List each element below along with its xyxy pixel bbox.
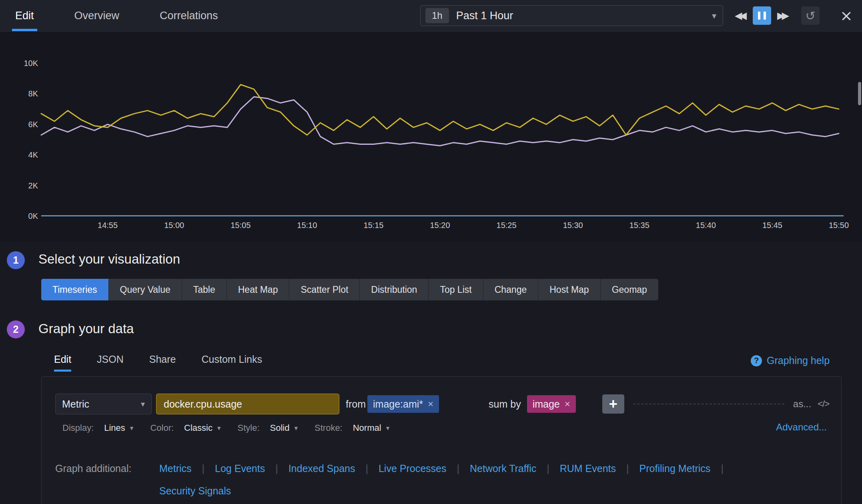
visualization-section-title: Select your visualization [38,252,180,267]
separator: | [547,462,549,475]
scrollbar-thumb[interactable] [858,82,861,105]
viz-button-timeseries[interactable]: Timeseries [41,279,109,300]
series-line-2 [41,85,839,135]
display-options-row: Display: Lines ▾ Color: Classic ▾ Style:… [62,422,389,434]
x-axis-label: 15:30 [563,221,583,230]
viz-button-query-value[interactable]: Query Value [109,279,182,300]
group-by-tag[interactable]: image × [527,395,576,413]
help-icon: ? [751,355,762,366]
link-metrics[interactable]: Metrics [159,462,192,475]
separator: | [202,462,205,475]
add-query-button[interactable]: + [602,394,624,414]
viz-button-change[interactable]: Change [483,279,539,300]
tab-overview[interactable]: Overview [71,0,123,31]
tab-query-edit[interactable]: Edit [54,354,71,372]
viz-button-table[interactable]: Table [182,279,227,300]
x-axis-label: 15:50 [829,221,849,230]
remove-group-by-icon[interactable]: × [565,398,570,410]
forward-button[interactable]: ▶▶ [774,6,792,25]
time-range-badge: 1h [425,8,449,23]
rewind-button[interactable]: ◀◀ [732,6,750,25]
link-profiling-metrics[interactable]: Profiling Metrics [639,462,711,475]
x-axis-label: 15:10 [297,221,317,230]
chevron-down-icon[interactable]: ▾ [294,424,298,432]
graph-additional-row: Graph additional: Metrics|Log Events|Ind… [55,462,784,498]
viz-button-host-map[interactable]: Host Map [538,279,600,300]
style-select[interactable]: Solid [270,423,290,433]
tab-correlations[interactable]: Correlations [156,0,221,31]
viz-button-scatter-plot[interactable]: Scatter Plot [289,279,360,300]
group-by-tag-label: image [533,398,560,410]
metric-type-select[interactable]: Metric ▾ [55,394,152,414]
x-axis-label: 15:15 [363,221,383,230]
link-indexed-spans[interactable]: Indexed Spans [289,462,355,475]
link-log-events[interactable]: Log Events [215,462,265,475]
chevron-down-icon: ▾ [141,399,145,409]
link-network-traffic[interactable]: Network Traffic [470,462,536,475]
chevron-down-icon: ▾ [712,11,716,21]
remove-filter-icon[interactable]: × [428,398,433,410]
graph-section-title: Graph your data [38,321,134,336]
x-axis-label: 15:35 [629,221,650,230]
color-select[interactable]: Classic [184,423,212,433]
pause-icon [758,12,760,20]
viz-button-top-list[interactable]: Top List [429,279,483,300]
time-range-label: Past 1 Hour [456,10,513,22]
time-range-picker[interactable]: 1h Past 1 Hour ▾ [420,5,723,26]
separator: | [721,462,724,475]
chevron-down-icon[interactable]: ▾ [130,424,134,432]
metric-type-label: Metric [62,398,89,410]
x-axis-label: 14:55 [98,221,118,230]
graph-additional-label: Graph additional: [55,462,159,475]
y-axis-label: 2K [0,180,38,191]
viz-button-geomap[interactable]: Geomap [601,279,658,300]
color-label: Color: [150,423,174,433]
x-axis-label: 15:45 [762,221,782,230]
step-2-badge: 2 [7,320,25,338]
graph-additional-links: Metrics|Log Events|Indexed Spans|Live Pr… [159,462,784,498]
timeseries-plot [41,63,839,216]
separator: | [626,462,629,475]
filter-tag[interactable]: image:ami* × [367,395,439,413]
tab-query-share[interactable]: Share [149,354,176,372]
x-axis-label: 15:40 [696,221,716,230]
stroke-select[interactable]: Normal [353,423,381,433]
link-live-processes[interactable]: Live Processes [379,462,447,475]
tab-query-json[interactable]: JSON [97,354,124,372]
stroke-label: Stroke: [315,423,343,433]
graphing-help-link[interactable]: ? Graphing help [751,355,830,366]
sum-by-label: sum by [489,398,521,410]
as-label[interactable]: as... [793,398,811,410]
style-label: Style: [238,423,260,433]
pause-button[interactable] [753,6,771,25]
y-axis-label: 8K [0,88,38,99]
chevron-down-icon[interactable]: ▾ [386,424,390,432]
link-security-signals[interactable]: Security Signals [159,484,231,498]
x-axis-line [41,215,844,216]
tab-edit[interactable]: Edit [12,0,37,31]
filter-tag-label: image:ami* [373,398,423,410]
code-view-icon[interactable]: </> [818,399,829,409]
display-select[interactable]: Lines [104,423,125,433]
metric-input[interactable]: docker.cpu.usage [156,394,339,414]
pause-icon [764,12,766,20]
y-axis-label: 0K [0,210,38,222]
viz-button-heat-map[interactable]: Heat Map [227,279,290,300]
graphing-help-label: Graphing help [767,355,830,366]
viz-button-distribution[interactable]: Distribution [360,279,429,300]
advanced-link[interactable]: Advanced... [776,422,827,433]
refresh-button[interactable]: ↺ [801,6,820,25]
chevron-down-icon[interactable]: ▾ [217,424,221,432]
query-editor-panel: Metric ▾ docker.cpu.usage from image:ami… [41,376,842,504]
y-axis-label: 6K [0,119,38,130]
separator: | [275,462,278,475]
from-label: from [346,398,366,410]
y-axis: 0K2K4K6K8K10K [0,0,38,248]
tab-query-custom-links[interactable]: Custom Links [202,354,262,372]
close-button[interactable]: × [837,6,856,25]
link-rum-events[interactable]: RUM Events [560,462,616,475]
x-axis-label: 15:00 [164,221,184,230]
display-label: Display: [62,423,94,433]
header: Edit Overview Correlations 1h Past 1 Hou… [0,0,862,32]
y-axis-label: 10K [0,58,38,69]
